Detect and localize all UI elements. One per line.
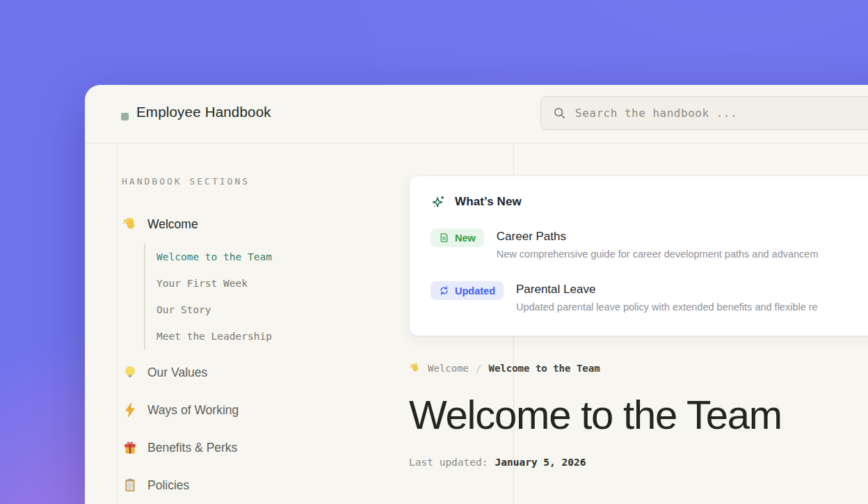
last-updated: Last updated: January 5, 2026 xyxy=(409,457,868,468)
news-item-title: Parental Leave xyxy=(516,283,818,297)
search-box[interactable] xyxy=(540,96,868,130)
search-icon xyxy=(553,107,566,120)
app-logo xyxy=(121,113,129,120)
wave-hand-icon xyxy=(409,362,421,374)
news-item-description: New comprehensive guide for career devel… xyxy=(497,249,819,260)
news-text: Parental Leave Updated parental leave po… xyxy=(516,281,818,313)
news-item-parental-leave[interactable]: Updated Parental Leave Updated parental … xyxy=(431,281,868,313)
sidebar-item-label: Welcome xyxy=(147,216,198,233)
app-title: Employee Handbook xyxy=(136,104,271,120)
gift-icon xyxy=(122,439,138,456)
new-badge: New xyxy=(431,228,484,247)
subnav-item-our-story[interactable]: Our Story xyxy=(156,297,272,323)
badge-label: New xyxy=(455,233,476,244)
subnav-item-welcome-to-the-team[interactable]: Welcome to the Team xyxy=(156,244,272,270)
refresh-icon xyxy=(439,285,449,296)
sidebar-item-welcome[interactable]: Welcome xyxy=(122,216,198,233)
breadcrumb: Welcome / Welcome to the Team xyxy=(409,362,868,374)
news-item-description: Updated parental leave policy with exten… xyxy=(516,301,818,313)
clipboard-icon xyxy=(122,477,138,494)
sidebar-item-label: Our Values xyxy=(147,364,207,381)
updated-badge: Updated xyxy=(431,281,504,300)
sidebar-item-ways-of-working[interactable]: Ways of Working xyxy=(122,402,239,418)
breadcrumb-separator: / xyxy=(476,363,481,374)
news-item-career-paths[interactable]: New Career Paths New comprehensive guide… xyxy=(431,228,868,260)
sidebar-item-label: Benefits & Perks xyxy=(147,439,237,456)
app-header: Employee Handbook xyxy=(85,85,868,143)
sidebar-item-benefits-perks[interactable]: Benefits & Perks xyxy=(122,439,237,456)
subnav-item-meet-the-leadership[interactable]: Meet the Leadership xyxy=(156,323,272,349)
page-title: Welcome to the Team xyxy=(409,394,868,436)
app-window: Employee Handbook HANDBOOK SECTIONS Welc… xyxy=(85,85,868,504)
breadcrumb-section[interactable]: Welcome xyxy=(428,363,469,374)
lightning-bolt-icon xyxy=(122,402,138,418)
whats-new-title: What’s New xyxy=(455,195,522,209)
main-content: What’s New New Career Paths New comprehe… xyxy=(409,143,868,468)
breadcrumb-current[interactable]: Welcome to the Team xyxy=(488,363,600,374)
document-icon xyxy=(439,233,449,243)
search-input[interactable] xyxy=(575,107,868,120)
sidebar-section-label: HANDBOOK SECTIONS xyxy=(122,176,250,187)
sidebar-item-our-values[interactable]: Our Values xyxy=(122,364,207,381)
last-updated-label: Last updated: xyxy=(409,457,488,468)
whats-new-header: What’s New xyxy=(431,194,868,210)
whats-new-card: What’s New New Career Paths New comprehe… xyxy=(409,175,868,336)
sidebar-gutter-divider xyxy=(117,144,118,504)
news-text: Career Paths New comprehensive guide for… xyxy=(497,228,819,260)
sparkles-icon xyxy=(431,194,446,210)
light-bulb-icon xyxy=(122,364,138,381)
sidebar-item-policies[interactable]: Policies xyxy=(122,477,189,494)
badge-label: Updated xyxy=(455,285,495,297)
sidebar-subnav-welcome: Welcome to the Team Your First Week Our … xyxy=(144,244,272,349)
sidebar-item-label: Ways of Working xyxy=(147,402,239,418)
subnav-item-your-first-week[interactable]: Your First Week xyxy=(156,270,272,297)
last-updated-value: January 5, 2026 xyxy=(495,457,586,468)
desktop-background: { "app": { "title": "Employee Handbook" … xyxy=(0,0,868,504)
wave-hand-icon xyxy=(122,216,138,233)
news-item-title: Career Paths xyxy=(497,230,819,244)
sidebar-item-label: Policies xyxy=(147,477,189,494)
